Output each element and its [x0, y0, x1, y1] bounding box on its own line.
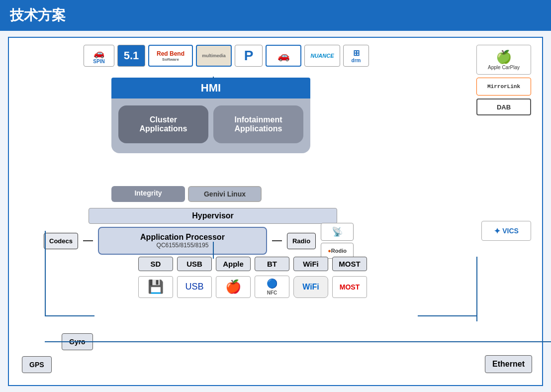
left-hline-sd	[45, 315, 94, 316]
radio-icons: 📡 ● Rodio	[321, 223, 354, 259]
gps-box: GPS	[22, 356, 52, 373]
hypervisor-section: Hypervisor	[89, 205, 337, 224]
left-vline	[45, 231, 46, 315]
right-panel: 🍏 Apple CarPlay MirrorLink DAB	[476, 45, 531, 115]
ethernet-section: Ethernet	[485, 355, 532, 373]
codecs-connector	[83, 240, 93, 241]
sd-icon: 💾	[138, 276, 173, 298]
most-label: MOST	[332, 257, 367, 271]
apple-carplay-logo: 🍏 Apple CarPlay	[476, 45, 531, 75]
interface-icons-row: 💾 USB 🍎 🔵 NFC	[89, 276, 417, 298]
ivi-logo: 🚗	[266, 45, 301, 67]
vics-box: ✦ VICS	[481, 221, 531, 241]
nuance-logo: NUANCE	[304, 45, 340, 67]
sd-label: SD	[138, 257, 173, 271]
infotainment-app-box: Infotainment Applications	[213, 105, 303, 143]
integrity-box: Integrity	[111, 186, 185, 202]
diagram-inner: 🚗 SPIN 5.1 Red Bend Software multimedia	[14, 43, 537, 380]
ap-row: Codecs Application Processor QC6155/8155…	[44, 223, 392, 259]
apps-area: Cluster Applications Infotainment Applic…	[111, 98, 310, 153]
51-logo: 5.1	[117, 45, 145, 67]
hmi-top-vline	[213, 77, 214, 79]
bottom-hline	[45, 341, 551, 342]
usb-icon: USB	[177, 276, 212, 298]
diagram-container: 🚗 SPIN 5.1 Red Bend Software multimedia	[8, 37, 543, 386]
cluster-app-box: Cluster Applications	[118, 105, 208, 143]
hmi-section: HMI Cluster Applications Infotainment Ap…	[111, 78, 310, 153]
parking-logo: P	[235, 45, 263, 67]
page-container: 技术方案 🚗 SPIN 5.1 Red Be	[0, 0, 551, 392]
ap-right-connector	[272, 240, 282, 241]
most-icon: MOST	[332, 276, 367, 298]
redbend-logo: Red Bend Software	[148, 45, 193, 67]
spin-logo: 🚗 SPIN	[84, 45, 114, 67]
interface-labels-row: SD USB Apple BT WiFi MOST	[89, 257, 417, 271]
codecs-box: Codecs	[44, 233, 78, 249]
top-logos-row: 🚗 SPIN 5.1 Red Bend Software multimedia	[84, 45, 369, 67]
os-row: Integrity Genivi Linux	[111, 186, 262, 202]
antenna-icon: 📡	[321, 223, 354, 241]
apple-icon: 🍎	[216, 276, 251, 298]
usb-label: USB	[177, 257, 212, 271]
gps-section: GPS	[22, 356, 52, 373]
dab-logo: DAB	[476, 98, 531, 115]
ethernet-box: Ethernet	[485, 355, 532, 373]
hmi-label: HMI	[111, 78, 310, 98]
wifi-icon: WiFi	[293, 276, 328, 298]
right-vline	[476, 257, 477, 321]
diagram-wrapper: 🚗 SPIN 5.1 Red Bend Software multimedia	[0, 31, 551, 392]
unknown-logo: multimedia	[196, 45, 232, 67]
header: 技术方案	[0, 0, 551, 31]
wifi-label: WiFi	[293, 257, 328, 271]
application-processor-box: Application Processor QC6155/8155/8195	[98, 227, 267, 255]
vics-section: ✦ VICS	[481, 221, 531, 241]
apple-label: Apple	[216, 257, 251, 271]
bt-nfc-icon: 🔵 NFC	[255, 276, 289, 298]
page-title: 技术方案	[10, 6, 66, 25]
right-hline-most	[418, 315, 477, 316]
mirrorlink-logo: MirrorLink	[476, 78, 531, 96]
hypervisor-label: Hypervisor	[89, 208, 337, 224]
drm-logo: ⊞ drm	[343, 45, 369, 67]
ap-down-vline	[213, 242, 214, 259]
radio-box: Radio	[287, 233, 316, 249]
genivi-box: Genivi Linux	[188, 186, 262, 202]
bt-label: BT	[255, 257, 289, 271]
